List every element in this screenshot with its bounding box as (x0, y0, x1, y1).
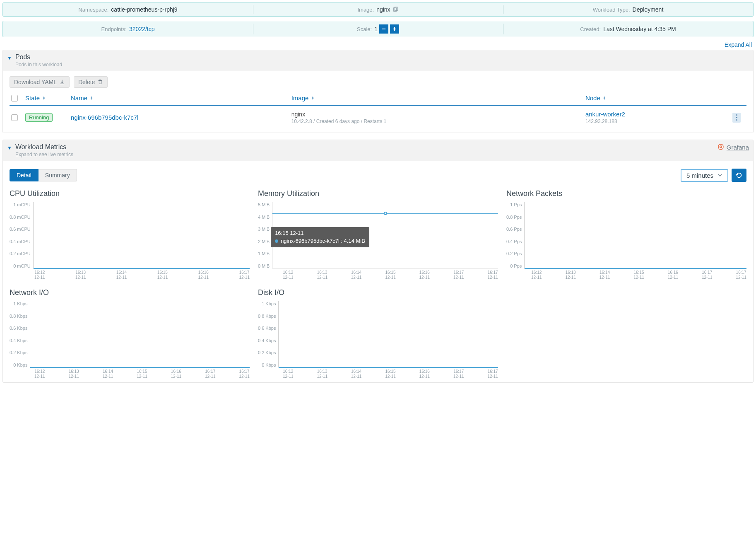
workload-type-value: Deployment (633, 6, 664, 13)
y-axis: 1 Kbps0.8 Kbps0.6 Kbps0.4 Kbps0.2 Kbps0 … (258, 301, 278, 367)
scale-minus-button[interactable]: − (379, 24, 388, 34)
pods-toolbar: Download YAML Delete (10, 76, 746, 88)
x-axis: 16:1212-1116:1312-1116:1412-1116:1512-11… (34, 369, 250, 379)
scale-plus-button[interactable]: + (390, 24, 399, 34)
pod-name-link[interactable]: nginx-696b795dbc-k7c7l (71, 114, 138, 121)
x-axis: 16:1212-1116:1312-1116:1412-1116:1512-11… (531, 270, 746, 280)
endpoints-label: Endpoints: (101, 26, 127, 32)
col-state-label: State (25, 94, 40, 101)
pods-subtitle: Pods in this workload (15, 62, 749, 68)
table-row: Running nginx-696b795dbc-k7c7l nginx 10.… (10, 106, 746, 129)
chart-netpkt: Network Packets1 Pps0.8 Pps0.6 Pps0.4 Pp… (506, 189, 746, 280)
trash-icon (97, 79, 103, 85)
row-checkbox[interactable] (11, 114, 18, 121)
chart-diskio: Disk I/O1 Kbps0.8 Kbps0.6 Kbps0.4 Kbps0.… (258, 288, 498, 379)
col-name-label: Name (71, 94, 87, 101)
copy-icon[interactable] (392, 6, 399, 13)
metrics-subtitle: Expand to see live metrics (15, 152, 717, 157)
caret-down-icon: ▼ (7, 145, 12, 151)
grafana-icon (717, 143, 725, 151)
x-axis: 16:1212-1116:1312-1116:1412-1116:1512-11… (34, 270, 250, 280)
metrics-accordion: ▼ Workload Metrics Expand to see live me… (2, 140, 754, 383)
pods-table: State ▲▼ Name ▲▼ Image ▲▼ Node ▲▼ (10, 92, 746, 129)
sort-icon: ▲▼ (603, 97, 606, 100)
created-cell: Created: Last Wednesday at 4:35 PM (503, 21, 753, 37)
pods-accordion: ▼ Pods Pods in this workload Download YA… (2, 50, 754, 133)
chart-body: 5 MiB4 MiB3 MiB2 MiB1 MiB0 MiB16:15 12-1… (258, 202, 498, 268)
chart-plot[interactable] (30, 301, 250, 367)
charts-grid: CPU Utilization1 mCPU0.8 mCPU0.6 mCPU0.4… (10, 189, 746, 379)
chart-tooltip: 16:15 12-11nginx-696b795dbc-k7c7l : 4.14… (271, 227, 369, 247)
namespace-label: Namespace: (78, 7, 108, 13)
row-menu-button[interactable] (732, 113, 741, 123)
chart-plot[interactable] (524, 202, 746, 268)
pods-table-header: State ▲▼ Name ▲▼ Image ▲▼ Node ▲▼ (10, 92, 746, 106)
status-badge: Running (25, 113, 53, 122)
grafana-link[interactable]: Grafana (717, 143, 749, 151)
tab-detail[interactable]: Detail (10, 169, 39, 181)
workload-type-cell: Workload Type: Deployment (503, 3, 753, 16)
chart-title: CPU Utilization (10, 189, 250, 198)
svg-point-2 (720, 146, 722, 148)
scale-label: Scale: (357, 26, 372, 32)
download-yaml-label: Download YAML (14, 79, 57, 85)
pod-image: nginx (291, 111, 585, 118)
namespace-value: cattle-prometheus-p-rphj9 (111, 6, 177, 13)
chart-body: 1 Kbps0.8 Kbps0.6 Kbps0.4 Kbps0.2 Kbps0 … (10, 301, 250, 367)
x-axis: 16:1212-1116:1312-1116:1412-1116:1512-11… (283, 270, 498, 280)
chart-body: 1 Kbps0.8 Kbps0.6 Kbps0.4 Kbps0.2 Kbps0 … (258, 301, 498, 367)
grafana-label: Grafana (727, 144, 749, 151)
tab-summary[interactable]: Summary (39, 169, 77, 181)
chart-title: Network Packets (506, 189, 746, 198)
col-name[interactable]: Name ▲▼ (71, 94, 291, 101)
pods-title: Pods (15, 53, 749, 61)
image-cell: Image: nginx (253, 3, 503, 16)
created-value: Last Wednesday at 4:35 PM (603, 26, 676, 32)
metrics-accordion-body: Detail Summary 5 minutes CPU Utilization… (3, 161, 753, 382)
chart-plot[interactable]: 16:15 12-11nginx-696b795dbc-k7c7l : 4.14… (272, 202, 498, 268)
delete-button[interactable]: Delete (74, 76, 108, 88)
created-label: Created: (580, 26, 601, 32)
y-axis: 1 mCPU0.8 mCPU0.6 mCPU0.4 mCPU0.2 mCPU0 … (10, 202, 33, 268)
caret-down-icon: ▼ (7, 55, 12, 61)
expand-all-link[interactable]: Expand All (725, 41, 752, 48)
chart-plot[interactable] (278, 301, 498, 367)
image-value: nginx (376, 6, 390, 13)
chart-cpu: CPU Utilization1 mCPU0.8 mCPU0.6 mCPU0.4… (10, 189, 250, 280)
view-toggle: Detail Summary (10, 169, 77, 181)
scale-cell: Scale: 1 − + (253, 21, 503, 37)
chevron-down-icon (717, 173, 722, 178)
y-axis: 1 Pps0.8 Pps0.6 Pps0.4 Pps0.2 Pps0 Pps (506, 202, 524, 268)
time-range-select[interactable]: 5 minutes (681, 169, 728, 182)
y-axis: 1 Kbps0.8 Kbps0.6 Kbps0.4 Kbps0.2 Kbps0 … (10, 301, 30, 367)
sort-icon: ▲▼ (311, 97, 314, 100)
image-label: Image: (357, 7, 374, 13)
pods-accordion-body: Download YAML Delete State ▲▼ Name ▲▼ (3, 71, 753, 133)
sort-icon: ▲▼ (42, 97, 46, 100)
col-image[interactable]: Image ▲▼ (291, 94, 585, 101)
chart-plot[interactable] (33, 202, 250, 268)
chart-marker (384, 212, 387, 215)
expand-all-row: Expand All (4, 41, 752, 48)
download-yaml-button[interactable]: Download YAML (10, 76, 70, 88)
pod-node-link[interactable]: ankur-worker2 (585, 111, 732, 118)
chart-title: Network I/O (10, 288, 250, 297)
col-state[interactable]: State ▲▼ (25, 94, 71, 101)
namespace-cell: Namespace: cattle-prometheus-p-rphj9 (3, 3, 253, 16)
pods-accordion-header[interactable]: ▼ Pods Pods in this workload (3, 50, 753, 71)
select-all-checkbox[interactable] (11, 95, 18, 101)
col-node[interactable]: Node ▲▼ (585, 94, 732, 101)
chart-mem: Memory Utilization5 MiB4 MiB3 MiB2 MiB1 … (258, 189, 498, 280)
workload-info-strip-2: Endpoints: 32022/tcp Scale: 1 − + Create… (2, 21, 754, 37)
col-node-label: Node (585, 94, 600, 101)
chart-body: 1 mCPU0.8 mCPU0.6 mCPU0.4 mCPU0.2 mCPU0 … (10, 202, 250, 268)
endpoints-link[interactable]: 32022/tcp (129, 26, 155, 32)
workload-type-label: Workload Type: (593, 7, 630, 13)
workload-info-strip-1: Namespace: cattle-prometheus-p-rphj9 Ima… (2, 2, 754, 17)
col-image-label: Image (291, 94, 309, 101)
refresh-button[interactable] (732, 169, 746, 182)
endpoints-cell: Endpoints: 32022/tcp (3, 21, 253, 37)
refresh-icon (735, 172, 743, 179)
metrics-accordion-header[interactable]: ▼ Workload Metrics Expand to see live me… (3, 140, 753, 161)
pod-node-ip: 142.93.28.188 (585, 118, 732, 124)
